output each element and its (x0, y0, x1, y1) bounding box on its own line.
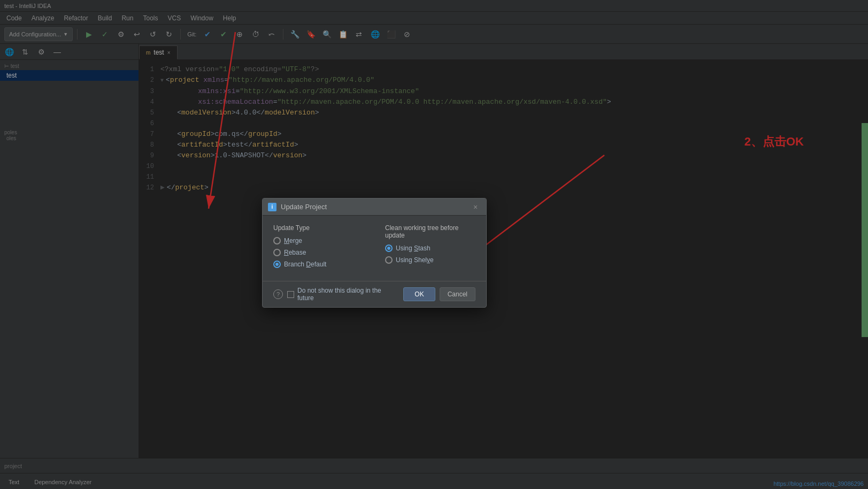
radio-using-stash[interactable]: Using Stash (385, 244, 475, 252)
help-icon[interactable]: ? (273, 289, 283, 299)
radio-merge[interactable]: Merge (273, 237, 364, 244)
dialog-icon: i (268, 203, 276, 211)
rebase-radio-circle (273, 249, 281, 256)
checkbox-area: Do not show this dialog in the future (287, 287, 399, 302)
update-project-dialog: i Update Project × Update Type Merge Reb… (262, 198, 487, 308)
branch-default-radio-circle (273, 261, 281, 268)
dont-show-checkbox[interactable] (287, 291, 294, 298)
clean-working-tree-column: Clean working tree before update Using S… (385, 224, 475, 272)
using-shelve-label: Using Shelve (396, 256, 434, 264)
merge-radio-circle (273, 237, 281, 244)
dialog-title-text: Update Project (281, 203, 470, 211)
radio-using-shelve[interactable]: Using Shelve (385, 256, 475, 264)
radio-rebase[interactable]: Rebase (273, 249, 364, 256)
dialog-footer: ? Do not show this dialog in the future … (263, 281, 486, 307)
update-type-column: Update Type Merge Rebase Branch Default (273, 224, 364, 272)
using-shelve-radio-circle (385, 256, 393, 264)
clean-working-title: Clean working tree before update (385, 224, 475, 239)
ok-button[interactable]: OK (403, 287, 435, 301)
using-stash-radio-circle (385, 244, 393, 252)
cancel-button[interactable]: Cancel (440, 287, 475, 301)
radio-branch-default[interactable]: Branch Default (273, 261, 364, 268)
dialog-close-button[interactable]: × (470, 202, 481, 212)
merge-label: Merge (284, 237, 302, 244)
update-type-title: Update Type (273, 224, 364, 232)
dialog-columns: Update Type Merge Rebase Branch Default … (273, 224, 475, 272)
using-stash-label: Using Stash (396, 244, 431, 252)
branch-default-label: Branch Default (284, 261, 326, 268)
dont-show-label: Do not show this dialog in the future (297, 287, 399, 302)
dialog-title-bar: i Update Project × (263, 198, 486, 216)
dialog-body: Update Type Merge Rebase Branch Default … (263, 216, 486, 281)
rebase-label: Rebase (284, 249, 306, 256)
